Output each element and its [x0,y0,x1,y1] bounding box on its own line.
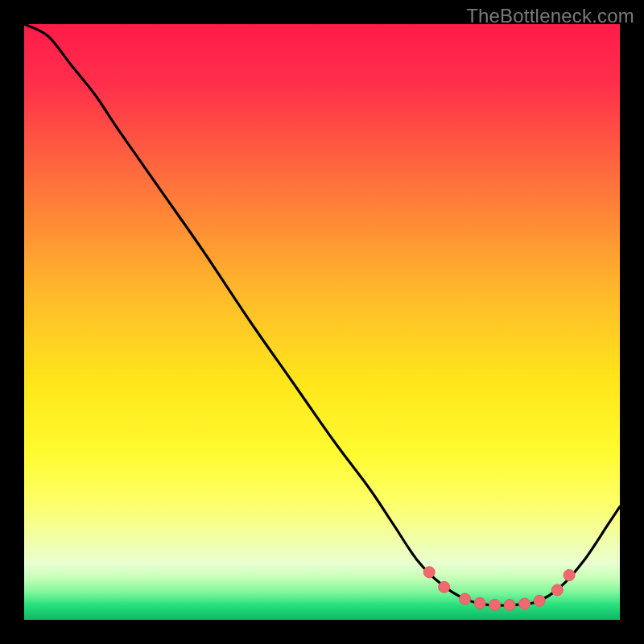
watermark-label: TheBottleneck.com [466,5,634,27]
curve-marker [551,584,563,596]
chart-container: TheBottleneck.com [0,0,644,644]
plot-background [24,24,620,620]
curve-marker [439,581,450,592]
curve-marker [474,597,485,609]
curve-marker [564,570,575,581]
curve-marker [460,593,471,605]
plot-area [24,24,620,620]
plot-svg [24,24,620,620]
curve-marker [504,600,515,611]
curve-marker [489,600,501,611]
curve-marker [534,595,545,606]
curve-marker [519,598,530,609]
curve-marker [423,567,435,578]
